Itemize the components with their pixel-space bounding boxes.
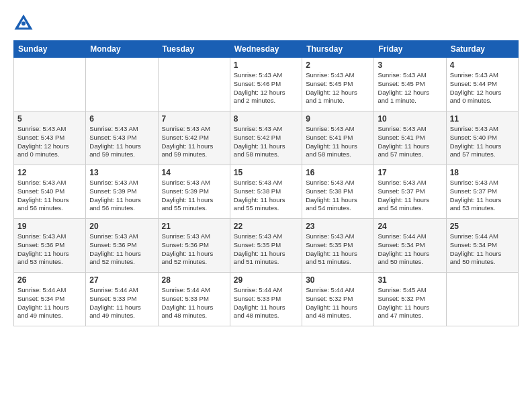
day-number: 17 — [378, 168, 442, 177]
calendar-week-row: 26Sunrise: 5:44 AM Sunset: 5:34 PM Dayli… — [14, 273, 519, 326]
calendar-cell: 1Sunrise: 5:43 AM Sunset: 5:46 PM Daylig… — [230, 58, 302, 111]
calendar-cell: 19Sunrise: 5:43 AM Sunset: 5:36 PM Dayli… — [14, 219, 86, 273]
calendar-cell: 8Sunrise: 5:43 AM Sunset: 5:42 PM Daylig… — [230, 111, 302, 165]
day-number: 23 — [306, 222, 370, 231]
calendar-cell: 26Sunrise: 5:44 AM Sunset: 5:34 PM Dayli… — [14, 273, 86, 326]
day-number: 6 — [89, 114, 154, 124]
day-number: 2 — [306, 60, 370, 70]
day-info: Sunrise: 5:43 AM Sunset: 5:37 PM Dayligh… — [450, 179, 515, 213]
day-number: 4 — [450, 60, 515, 70]
day-info: Sunrise: 5:44 AM Sunset: 5:33 PM Dayligh… — [89, 286, 154, 320]
calendar-cell: 3Sunrise: 5:43 AM Sunset: 5:45 PM Daylig… — [374, 58, 446, 111]
weekday-header-row: SundayMondayTuesdayWednesdayThursdayFrid… — [14, 41, 519, 58]
calendar-cell: 14Sunrise: 5:43 AM Sunset: 5:39 PM Dayli… — [158, 165, 230, 219]
calendar-cell: 2Sunrise: 5:43 AM Sunset: 5:45 PM Daylig… — [302, 58, 374, 111]
day-number: 15 — [234, 168, 298, 177]
day-number: 21 — [162, 222, 226, 231]
calendar-cell: 7Sunrise: 5:43 AM Sunset: 5:42 PM Daylig… — [158, 111, 230, 165]
day-number: 13 — [89, 168, 154, 177]
calendar-cell: 11Sunrise: 5:43 AM Sunset: 5:40 PM Dayli… — [446, 111, 518, 165]
calendar-cell: 9Sunrise: 5:43 AM Sunset: 5:41 PM Daylig… — [302, 111, 374, 165]
day-number: 11 — [450, 114, 515, 124]
calendar-cell: 17Sunrise: 5:43 AM Sunset: 5:37 PM Dayli… — [374, 165, 446, 219]
day-info: Sunrise: 5:43 AM Sunset: 5:45 PM Dayligh… — [306, 71, 370, 105]
day-info: Sunrise: 5:45 AM Sunset: 5:32 PM Dayligh… — [378, 286, 442, 320]
calendar-cell: 5Sunrise: 5:43 AM Sunset: 5:43 PM Daylig… — [14, 111, 86, 165]
day-info: Sunrise: 5:44 AM Sunset: 5:33 PM Dayligh… — [162, 286, 226, 320]
day-number: 19 — [17, 222, 82, 231]
day-number: 8 — [234, 114, 298, 124]
weekday-header: Thursday — [302, 41, 374, 58]
calendar-cell: 13Sunrise: 5:43 AM Sunset: 5:39 PM Dayli… — [86, 165, 158, 219]
calendar-cell: 31Sunrise: 5:45 AM Sunset: 5:32 PM Dayli… — [374, 273, 446, 326]
calendar-cell: 24Sunrise: 5:44 AM Sunset: 5:34 PM Dayli… — [374, 219, 446, 273]
calendar-cell: 12Sunrise: 5:43 AM Sunset: 5:40 PM Dayli… — [14, 165, 86, 219]
day-info: Sunrise: 5:43 AM Sunset: 5:44 PM Dayligh… — [450, 71, 515, 105]
day-info: Sunrise: 5:43 AM Sunset: 5:41 PM Dayligh… — [378, 125, 442, 159]
day-number: 18 — [450, 168, 515, 177]
day-info: Sunrise: 5:43 AM Sunset: 5:38 PM Dayligh… — [234, 179, 298, 213]
calendar-cell: 29Sunrise: 5:44 AM Sunset: 5:33 PM Dayli… — [230, 273, 302, 326]
calendar-cell: 27Sunrise: 5:44 AM Sunset: 5:33 PM Dayli… — [86, 273, 158, 326]
day-info: Sunrise: 5:43 AM Sunset: 5:42 PM Dayligh… — [234, 125, 298, 159]
weekday-header: Sunday — [14, 41, 86, 58]
day-number: 29 — [234, 275, 298, 285]
day-number: 25 — [450, 222, 515, 231]
day-info: Sunrise: 5:43 AM Sunset: 5:42 PM Dayligh… — [162, 125, 226, 159]
weekday-header: Saturday — [446, 41, 518, 58]
weekday-header: Monday — [86, 41, 158, 58]
logo-icon — [13, 13, 34, 34]
day-number: 10 — [378, 114, 442, 124]
day-info: Sunrise: 5:43 AM Sunset: 5:39 PM Dayligh… — [162, 179, 226, 213]
calendar-week-row: 1Sunrise: 5:43 AM Sunset: 5:46 PM Daylig… — [14, 58, 519, 111]
day-number: 27 — [89, 275, 154, 285]
weekday-header: Tuesday — [158, 41, 230, 58]
day-info: Sunrise: 5:43 AM Sunset: 5:36 PM Dayligh… — [17, 232, 82, 267]
day-number: 30 — [306, 275, 370, 285]
calendar-cell: 10Sunrise: 5:43 AM Sunset: 5:41 PM Dayli… — [374, 111, 446, 165]
day-number: 14 — [162, 168, 226, 177]
calendar-cell: 18Sunrise: 5:43 AM Sunset: 5:37 PM Dayli… — [446, 165, 518, 219]
day-info: Sunrise: 5:43 AM Sunset: 5:36 PM Dayligh… — [162, 232, 226, 267]
calendar-week-row: 5Sunrise: 5:43 AM Sunset: 5:43 PM Daylig… — [14, 111, 519, 165]
header — [13, 13, 519, 34]
calendar-cell: 28Sunrise: 5:44 AM Sunset: 5:33 PM Dayli… — [158, 273, 230, 326]
day-info: Sunrise: 5:44 AM Sunset: 5:34 PM Dayligh… — [450, 232, 515, 267]
calendar-cell: 21Sunrise: 5:43 AM Sunset: 5:36 PM Dayli… — [158, 219, 230, 273]
day-info: Sunrise: 5:43 AM Sunset: 5:43 PM Dayligh… — [89, 125, 154, 159]
calendar-cell: 4Sunrise: 5:43 AM Sunset: 5:44 PM Daylig… — [446, 58, 518, 111]
day-number: 31 — [378, 275, 442, 285]
calendar-cell — [446, 273, 518, 326]
day-number: 22 — [234, 222, 298, 231]
svg-point-2 — [21, 21, 26, 26]
calendar-cell — [158, 58, 230, 111]
day-info: Sunrise: 5:43 AM Sunset: 5:43 PM Dayligh… — [17, 125, 82, 159]
calendar-cell: 20Sunrise: 5:43 AM Sunset: 5:36 PM Dayli… — [86, 219, 158, 273]
day-info: Sunrise: 5:44 AM Sunset: 5:32 PM Dayligh… — [306, 286, 370, 320]
day-info: Sunrise: 5:43 AM Sunset: 5:39 PM Dayligh… — [89, 179, 154, 213]
calendar-cell: 22Sunrise: 5:43 AM Sunset: 5:35 PM Dayli… — [230, 219, 302, 273]
calendar-cell — [86, 58, 158, 111]
calendar-cell — [14, 58, 86, 111]
day-info: Sunrise: 5:43 AM Sunset: 5:37 PM Dayligh… — [378, 179, 442, 213]
page: SundayMondayTuesdayWednesdayThursdayFrid… — [0, 0, 532, 333]
day-number: 1 — [234, 60, 298, 70]
day-number: 12 — [17, 168, 82, 177]
day-number: 5 — [17, 114, 82, 124]
day-number: 24 — [378, 222, 442, 231]
weekday-header: Wednesday — [230, 41, 302, 58]
day-info: Sunrise: 5:43 AM Sunset: 5:35 PM Dayligh… — [306, 232, 370, 267]
calendar-cell: 23Sunrise: 5:43 AM Sunset: 5:35 PM Dayli… — [302, 219, 374, 273]
day-info: Sunrise: 5:43 AM Sunset: 5:45 PM Dayligh… — [378, 71, 442, 105]
day-info: Sunrise: 5:43 AM Sunset: 5:35 PM Dayligh… — [234, 232, 298, 267]
calendar-cell: 30Sunrise: 5:44 AM Sunset: 5:32 PM Dayli… — [302, 273, 374, 326]
day-number: 3 — [378, 60, 442, 70]
calendar-cell: 25Sunrise: 5:44 AM Sunset: 5:34 PM Dayli… — [446, 219, 518, 273]
calendar-cell: 6Sunrise: 5:43 AM Sunset: 5:43 PM Daylig… — [86, 111, 158, 165]
day-info: Sunrise: 5:43 AM Sunset: 5:40 PM Dayligh… — [17, 179, 82, 213]
day-number: 26 — [17, 275, 82, 285]
calendar-cell: 15Sunrise: 5:43 AM Sunset: 5:38 PM Dayli… — [230, 165, 302, 219]
weekday-header: Friday — [374, 41, 446, 58]
day-number: 9 — [306, 114, 370, 124]
calendar-week-row: 19Sunrise: 5:43 AM Sunset: 5:36 PM Dayli… — [14, 219, 519, 273]
